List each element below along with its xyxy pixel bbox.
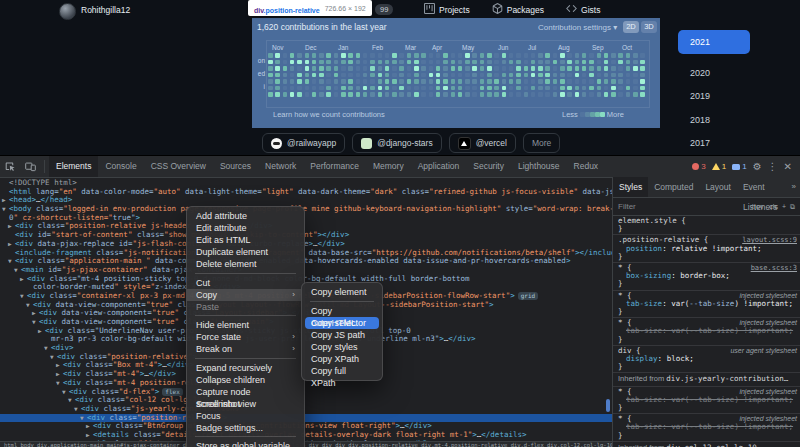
contribution-cell[interactable]	[312, 79, 317, 84]
contribution-cell[interactable]	[589, 66, 594, 71]
contribution-cell[interactable]	[429, 79, 434, 84]
contribution-cell[interactable]	[407, 79, 412, 84]
contribution-cell[interactable]	[363, 66, 368, 71]
menu-item-copy-js-path[interactable]: Copy JS path	[302, 329, 382, 341]
devtools-tab-security[interactable]: Security	[466, 156, 511, 177]
menu-item-capture-node-screenshot[interactable]: Capture node screenshot	[187, 386, 304, 398]
expand-arrow-open-icon[interactable]: ▼	[62, 388, 69, 397]
contribution-cell[interactable]	[334, 86, 339, 91]
contribution-cell[interactable]	[502, 53, 507, 58]
contribution-cell[interactable]	[458, 53, 463, 58]
contribution-cell[interactable]	[392, 79, 397, 84]
contribution-cell[interactable]	[341, 53, 346, 58]
css-declaration[interactable]: tab-size: var(--tab-size) !important;	[618, 396, 797, 404]
devtools-tab-application[interactable]: Application	[411, 156, 467, 177]
contribution-cell[interactable]	[589, 73, 594, 78]
contribution-cell[interactable]	[399, 60, 404, 65]
contribution-cell[interactable]	[560, 53, 565, 58]
contribution-cell[interactable]	[597, 53, 602, 58]
contribution-cell[interactable]	[399, 53, 404, 58]
contribution-cell[interactable]	[626, 60, 631, 65]
contribution-cell[interactable]	[465, 86, 470, 91]
contribution-cell[interactable]	[319, 60, 324, 65]
contribution-cell[interactable]	[305, 53, 310, 58]
issues-badge[interactable]: 1	[732, 162, 746, 171]
contribution-cell[interactable]	[305, 66, 310, 71]
devtools-tab-memory[interactable]: Memory	[366, 156, 411, 177]
contribution-cell[interactable]	[356, 66, 361, 71]
contribution-cell[interactable]	[305, 79, 310, 84]
expand-arrow-open-icon[interactable]: ▼	[32, 318, 39, 327]
contribution-cell[interactable]	[611, 79, 616, 84]
contribution-cell[interactable]	[363, 60, 368, 65]
contribution-cell[interactable]	[407, 53, 412, 58]
contribution-cell[interactable]	[356, 73, 361, 78]
contribution-cell[interactable]	[429, 73, 434, 78]
menu-item-duplicate-element[interactable]: Duplicate element	[187, 246, 304, 258]
contribution-cell[interactable]	[465, 79, 470, 84]
contribution-cell[interactable]	[348, 79, 353, 84]
contribution-cell[interactable]	[443, 53, 448, 58]
contribution-cell[interactable]	[348, 73, 353, 78]
contribution-cell[interactable]	[356, 60, 361, 65]
contribution-cell[interactable]	[290, 73, 295, 78]
contribution-cell[interactable]	[443, 86, 448, 91]
expand-arrow-closed-icon[interactable]: ▶	[8, 222, 15, 231]
contribution-cell[interactable]	[524, 66, 529, 71]
menu-item-scroll-into-view[interactable]: Scroll into view	[187, 398, 304, 410]
org-badge-django-stars[interactable]: @django-stars	[352, 133, 441, 153]
contribution-cell[interactable]	[553, 92, 558, 97]
css-declaration[interactable]: box-sizing: border-box;	[618, 272, 797, 280]
contribution-cell[interactable]	[604, 79, 609, 84]
contribution-cell[interactable]	[618, 73, 623, 78]
contribution-cell[interactable]	[348, 60, 353, 65]
contribution-cell[interactable]	[618, 66, 623, 71]
contribution-cell[interactable]	[487, 79, 492, 84]
menu-item-force-state[interactable]: Force state›	[187, 331, 304, 343]
contribution-cell[interactable]	[494, 86, 499, 91]
contribution-cell[interactable]	[640, 79, 645, 84]
contribution-cell[interactable]	[319, 79, 324, 84]
contribution-cell[interactable]	[516, 60, 521, 65]
contribution-cell[interactable]	[297, 86, 302, 91]
contribution-cell[interactable]	[378, 92, 383, 97]
contribution-cell[interactable]	[531, 53, 536, 58]
contribution-cell[interactable]	[451, 60, 456, 65]
menu-item-copy-outerhtml[interactable]: Copy outerHTML	[302, 305, 382, 317]
contribution-cell[interactable]	[633, 86, 638, 91]
contribution-cell[interactable]	[341, 79, 346, 84]
contribution-cell[interactable]	[312, 66, 317, 71]
contribution-cell[interactable]	[472, 60, 477, 65]
contribution-cell[interactable]	[268, 60, 273, 65]
contribution-cell[interactable]	[553, 86, 558, 91]
contribution-cell[interactable]	[326, 79, 331, 84]
expand-arrow-open-icon[interactable]: ▼	[68, 396, 75, 405]
contribution-cell[interactable]	[480, 86, 485, 91]
menu-item-copy-styles[interactable]: Copy styles	[302, 341, 382, 353]
contribution-cell[interactable]	[429, 92, 434, 97]
contribution-cell[interactable]	[494, 92, 499, 97]
contribution-cell[interactable]	[633, 73, 638, 78]
contribution-cell[interactable]	[370, 60, 375, 65]
contribution-cell[interactable]	[283, 92, 288, 97]
contribution-cell[interactable]	[436, 92, 441, 97]
contribution-cell[interactable]	[531, 79, 536, 84]
contribution-cell[interactable]	[451, 66, 456, 71]
devtools-tab-performance[interactable]: Performance	[303, 156, 366, 177]
devtools-tab-elements[interactable]: Elements	[49, 156, 98, 177]
contribution-cell[interactable]	[399, 73, 404, 78]
menu-item-edit-as-html[interactable]: Edit as HTML	[187, 234, 304, 246]
contribution-cell[interactable]	[582, 79, 587, 84]
contribution-cell[interactable]	[334, 60, 339, 65]
contribution-cell[interactable]	[465, 53, 470, 58]
contribution-cell[interactable]	[268, 79, 273, 84]
contribution-cell[interactable]	[502, 60, 507, 65]
contribution-cell[interactable]	[297, 79, 302, 84]
contribution-cell[interactable]	[297, 53, 302, 58]
contribution-cell[interactable]	[370, 66, 375, 71]
expand-arrow-open-icon[interactable]: ▼	[44, 344, 51, 353]
contribution-cell[interactable]	[553, 73, 558, 78]
contribution-cell[interactable]	[407, 60, 412, 65]
contribution-cell[interactable]	[392, 66, 397, 71]
contribution-cell[interactable]	[421, 66, 426, 71]
